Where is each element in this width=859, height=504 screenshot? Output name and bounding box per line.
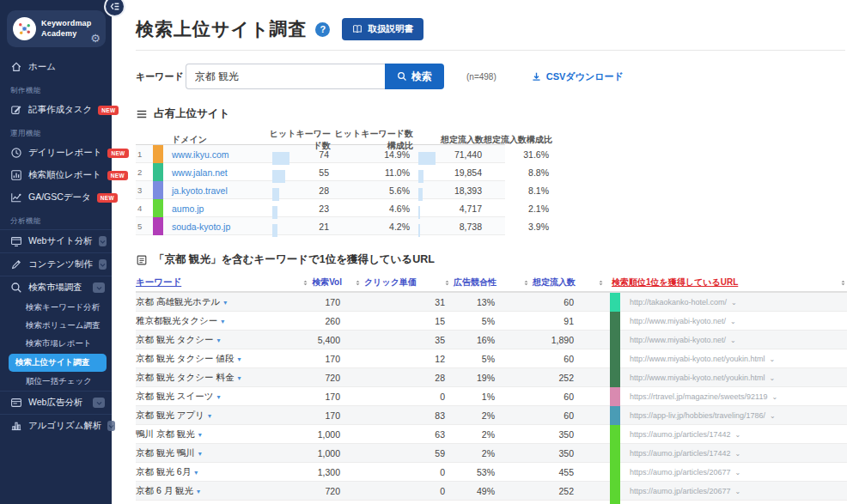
sort-icon[interactable] bbox=[443, 279, 451, 287]
chevron-down-icon[interactable] bbox=[107, 421, 115, 431]
caret-down-icon[interactable]: ⌄ bbox=[771, 393, 777, 401]
url-link[interactable]: http://takaokanko-hotel.com/⌄ bbox=[623, 298, 828, 307]
caret-down-icon[interactable]: ⌄ bbox=[735, 431, 741, 439]
new-badge: NEW bbox=[98, 106, 119, 115]
sort-icon[interactable] bbox=[597, 279, 605, 287]
url-link[interactable]: https://aumo.jp/articles/17442⌄ bbox=[623, 449, 828, 458]
url-link[interactable]: http://www.miyabi-kyoto.net/⌄ bbox=[623, 336, 828, 344]
keyword-cell[interactable]: 京都 観光 アプリ▾ bbox=[136, 410, 280, 422]
col-rank1-url[interactable]: 検索順位1位を獲得しているURL bbox=[610, 276, 828, 288]
chevron-down-icon[interactable] bbox=[99, 236, 107, 246]
domain-link[interactable]: www.ikyu.com bbox=[166, 149, 267, 160]
caret-down-icon[interactable]: ▾ bbox=[208, 412, 211, 420]
sidebar-item-8[interactable]: Webサイト分析 bbox=[0, 229, 112, 252]
caret-down-icon[interactable]: ▾ bbox=[194, 469, 198, 477]
sidebar-subitem-14[interactable]: 検索上位サイト調査 bbox=[9, 354, 107, 372]
caret-down-icon[interactable]: ▾ bbox=[238, 374, 241, 382]
keyword-label: キーワード bbox=[136, 70, 186, 83]
col-cpc[interactable]: クリック単価 bbox=[342, 276, 447, 288]
keyword-cell[interactable]: 京都 観光 タクシー▾ bbox=[136, 334, 280, 346]
value-cell: 19,854 bbox=[413, 167, 484, 178]
url-link[interactable]: https://aumo.jp/articles/20677⌄ bbox=[623, 487, 828, 495]
caret-down-icon[interactable]: ⌄ bbox=[730, 337, 736, 344]
keyword-cell[interactable]: 京都 6 月 観光▾ bbox=[136, 485, 280, 497]
keyword-input[interactable] bbox=[186, 64, 385, 89]
sidebar-subitem-15[interactable]: 順位一括チェック bbox=[0, 373, 112, 391]
sidebar-item-4[interactable]: デイリーレポートNEW bbox=[0, 142, 112, 164]
col-competition[interactable]: 広告競合性 bbox=[447, 276, 497, 288]
sidebar-subitem-12[interactable]: 検索ボリューム調査 bbox=[0, 317, 112, 335]
chevron-down-icon[interactable] bbox=[99, 259, 107, 270]
sort-icon[interactable] bbox=[302, 279, 309, 287]
sidebar-item-9[interactable]: コンテンツ制作 bbox=[0, 252, 112, 276]
chevron-down-icon[interactable] bbox=[93, 282, 105, 293]
sort-icon[interactable] bbox=[839, 279, 847, 287]
help-icon[interactable]: ? bbox=[315, 22, 330, 37]
caret-down-icon[interactable]: ⌄ bbox=[735, 488, 741, 495]
sidebar-item-5[interactable]: 検索順位レポートNEW bbox=[0, 164, 112, 186]
keyword-cell[interactable]: 雅京都観光タクシー▾ bbox=[136, 315, 280, 327]
sidebar-item-17[interactable]: アルゴリズム解析 bbox=[0, 414, 112, 437]
keyword-cell[interactable]: 京都 観光 6月▾ bbox=[136, 466, 280, 478]
sidebar-subitem-11[interactable]: 検索キーワード分析 bbox=[0, 299, 112, 317]
sidebar-item-0[interactable]: ホーム bbox=[0, 56, 112, 78]
sidebar-item-16[interactable]: Web広告分析 bbox=[0, 391, 112, 414]
site-color-chip bbox=[610, 482, 620, 501]
keyword-cell[interactable]: 京都 観光 鴨川▾ bbox=[136, 447, 280, 459]
sort-icon[interactable] bbox=[522, 279, 530, 287]
keyword-cell[interactable]: 鴨川 京都 観光▾ bbox=[136, 428, 280, 440]
caret-down-icon[interactable]: ⌄ bbox=[770, 355, 776, 363]
gear-icon[interactable]: ⚙ bbox=[90, 32, 101, 45]
caret-down-icon[interactable]: ▾ bbox=[223, 299, 227, 307]
url-link[interactable]: https://aumo.jp/articles/20677⌄ bbox=[623, 468, 828, 477]
sidebar-item-10[interactable]: 検索市場調査 bbox=[0, 276, 112, 299]
caret-down-icon[interactable]: ⌄ bbox=[735, 469, 741, 477]
caret-down-icon[interactable]: ⌄ bbox=[735, 450, 741, 458]
domain-link[interactable]: www.jalan.net bbox=[166, 167, 267, 178]
keyword-cell[interactable]: 京都 観光 タクシー 値段▾ bbox=[136, 353, 280, 365]
url-link[interactable]: http://www.miyabi-kyoto.net/⌄ bbox=[623, 317, 828, 325]
sidebar-item-6[interactable]: GA/GSCデータNEW bbox=[0, 186, 112, 209]
url-link[interactable]: http://www.miyabi-kyoto.net/youkin.html⌄ bbox=[623, 373, 828, 382]
sidebar-subitem-13[interactable]: 検索市場レポート bbox=[0, 335, 112, 353]
caret-down-icon[interactable]: ▾ bbox=[217, 337, 221, 344]
caret-down-icon[interactable]: ▾ bbox=[221, 318, 224, 325]
url-link[interactable]: https://rtravel.jp/magazine/sweets/92119… bbox=[623, 392, 828, 401]
inflow-cell: 60 bbox=[497, 297, 576, 307]
caret-down-icon[interactable]: ▾ bbox=[198, 450, 202, 458]
csv-download-button[interactable]: CSVダウンロード bbox=[531, 70, 624, 83]
caret-down-icon[interactable]: ⌄ bbox=[730, 318, 736, 325]
value-cell: 4,717 bbox=[413, 203, 484, 214]
url-link[interactable]: https://aumo.jp/articles/17442⌄ bbox=[623, 430, 828, 439]
sidebar-item-label: Web広告分析 bbox=[28, 397, 82, 409]
domain-link[interactable]: souda-kyoto.jp bbox=[166, 222, 267, 232]
url-link[interactable]: https://app-liv.jp/hobbies/traveling/178… bbox=[623, 411, 828, 420]
caret-down-icon[interactable]: ⌄ bbox=[731, 299, 737, 307]
ratio-cell: 3.9% bbox=[484, 222, 552, 232]
url-link[interactable]: http://www.miyabi-kyoto.net/youkin.html⌄ bbox=[623, 355, 828, 363]
clock-icon bbox=[10, 147, 22, 159]
chevron-down-icon[interactable] bbox=[93, 398, 105, 408]
search-button[interactable]: 検索 bbox=[385, 64, 444, 89]
manual-button[interactable]: 取扱説明書 bbox=[342, 18, 423, 40]
caret-down-icon[interactable]: ⌄ bbox=[770, 374, 776, 382]
keyword-cell[interactable]: 京都 観光 タクシー 料金▾ bbox=[136, 372, 280, 384]
caret-down-icon[interactable]: ▾ bbox=[197, 488, 200, 495]
caret-down-icon[interactable]: ▾ bbox=[217, 393, 221, 401]
col-keyword[interactable]: キーワード bbox=[136, 276, 280, 288]
keyword-cell[interactable]: 京都 高雄観光ホテル▾ bbox=[136, 296, 280, 308]
caret-down-icon[interactable]: ▾ bbox=[198, 431, 202, 439]
keyword-cell[interactable]: 京都 観光 スイーツ▾ bbox=[136, 391, 280, 403]
domain-link[interactable]: aumo.jp bbox=[166, 203, 267, 214]
caret-down-icon[interactable]: ▾ bbox=[238, 355, 241, 363]
brand-card[interactable]: Keywordmap Academy ⚙ bbox=[7, 10, 106, 47]
top-sites-title: 占有上位サイト bbox=[136, 106, 845, 121]
caret-down-icon[interactable]: ⌄ bbox=[770, 412, 776, 420]
col-search-vol[interactable]: 検索Vol bbox=[280, 276, 342, 288]
competition-cell: 49% bbox=[447, 486, 497, 496]
col-inflow[interactable]: 想定流入数 bbox=[497, 276, 576, 288]
sort-icon[interactable] bbox=[354, 279, 362, 287]
site-color-chip bbox=[610, 293, 620, 312]
domain-link[interactable]: ja.kyoto.travel bbox=[166, 185, 267, 196]
sidebar-item-2[interactable]: 記事作成タスクNEW bbox=[0, 99, 112, 121]
